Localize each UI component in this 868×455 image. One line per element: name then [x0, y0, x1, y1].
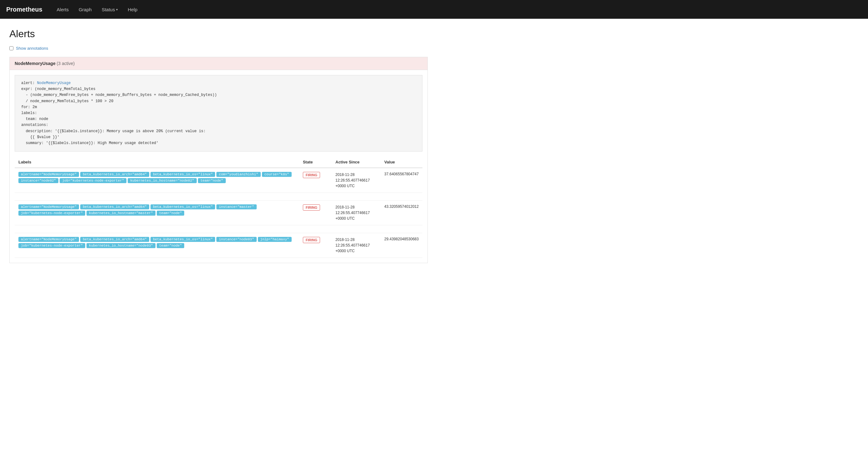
value-text: 29.43982048530683: [384, 237, 419, 241]
alert-group-active-count: (3 active): [57, 61, 75, 66]
nav-item-graph[interactable]: Graph: [74, 0, 97, 19]
nav-alerts-label: Alerts: [57, 7, 69, 12]
label-tag: beta_kubernetes_io_arch="amd64": [80, 237, 149, 242]
status-badge: FIRING: [303, 172, 320, 178]
table-row: alertname="NodeMemoryUsage"beta_kubernet…: [15, 168, 423, 193]
label-tag: job="kubernetes-node-exporter": [60, 178, 126, 183]
cell-active-since: 2018-11-28 12:26:55.407746617 +0000 UTC: [332, 168, 381, 193]
table-row: alertname="NodeMemoryUsage"beta_kubernet…: [15, 201, 423, 225]
alert-group-node-memory: NodeMemoryUsage (3 active) alert: NodeMe…: [9, 57, 428, 263]
cell-state: FIRING: [299, 168, 332, 193]
navbar-brand[interactable]: Prometheus: [6, 6, 42, 13]
status-badge: FIRING: [303, 204, 320, 210]
table-row: alertname="NodeMemoryUsage"beta_kubernet…: [15, 233, 423, 258]
cell-value: 43.32059574012012: [381, 201, 423, 225]
label-tag: kubernetes_io_hostname="master": [87, 210, 155, 216]
nav-item-help[interactable]: Help: [123, 0, 143, 19]
label-tag: beta_kubernetes_io_os="linux": [151, 204, 215, 209]
label-tags: alertname="NodeMemoryUsage"beta_kubernet…: [19, 204, 296, 216]
nav-item-alerts[interactable]: Alerts: [52, 0, 74, 19]
col-header-labels: Labels: [15, 157, 299, 168]
col-header-active-since: Active Since: [332, 157, 381, 168]
label-tag: beta_kubernetes_io_arch="amd64": [80, 204, 149, 209]
show-annotations-checkbox[interactable]: [9, 46, 13, 50]
status-badge: FIRING: [303, 237, 320, 243]
label-tag: instance="master": [216, 204, 256, 209]
alert-group-name: NodeMemoryUsage: [15, 61, 56, 66]
nav-status-label: Status: [102, 7, 115, 12]
page-title: Alerts: [9, 28, 428, 40]
active-since-text: 2018-11-28 12:26:55.407746617 +0000 UTC: [335, 237, 377, 254]
label-tag: team="node": [157, 210, 185, 216]
nav-graph-label: Graph: [79, 7, 92, 12]
label-tag: alertname="NodeMemoryUsage": [19, 172, 79, 177]
label-tag: beta_kubernetes_io_os="linux": [151, 237, 215, 242]
alert-name-link[interactable]: NodeMemoryUsage: [37, 81, 70, 85]
label-tag: instance="node02": [19, 178, 58, 183]
label-tag: team="node": [157, 243, 185, 248]
navbar: Prometheus Alerts Graph Status ▾ Help: [0, 0, 868, 19]
label-tag: alertname="NodeMemoryUsage": [19, 237, 79, 242]
value-text: 37.64065567804747: [384, 172, 419, 176]
cell-labels: alertname="NodeMemoryUsage"beta_kubernet…: [15, 201, 299, 225]
label-tags: alertname="NodeMemoryUsage"beta_kubernet…: [19, 237, 296, 248]
active-since-text: 2018-11-28 12:26:55.407746617 +0000 UTC: [335, 204, 377, 221]
label-tag: team="node": [198, 178, 226, 183]
alert-rule-code: alert: NodeMemoryUsage expr: (node_memor…: [15, 75, 423, 151]
cell-value: 37.64065567804747: [381, 168, 423, 193]
cell-state: FIRING: [299, 201, 332, 225]
alerts-table: Labels State Active Since Value alertnam…: [15, 157, 423, 258]
show-annotations-toggle[interactable]: Show annotations: [9, 46, 428, 51]
label-tag: job="kubernetes-node-exporter": [19, 243, 85, 248]
label-tag: job="kubernetes-node-exporter": [19, 210, 85, 216]
label-tag: course="k8s": [262, 172, 291, 177]
label-tag: com="youdianzhishi": [216, 172, 260, 177]
label-tag: jnlp="haimaxy": [258, 237, 291, 242]
label-tag: kubernetes_io_hostname="node02": [128, 178, 197, 183]
label-tag: instance="node03": [216, 237, 256, 242]
cell-labels: alertname="NodeMemoryUsage"beta_kubernet…: [15, 233, 299, 258]
navbar-nav: Alerts Graph Status ▾ Help: [52, 0, 143, 19]
label-tag: beta_kubernetes_io_os="linux": [151, 172, 215, 177]
label-tag: beta_kubernetes_io_arch="amd64": [80, 172, 149, 177]
col-header-value: Value: [381, 157, 423, 168]
cell-labels: alertname="NodeMemoryUsage"beta_kubernet…: [15, 168, 299, 193]
row-separator: [15, 193, 423, 201]
label-tag: kubernetes_io_hostname="node03": [87, 243, 155, 248]
cell-active-since: 2018-11-28 12:26:55.407746617 +0000 UTC: [332, 233, 381, 258]
col-header-state: State: [299, 157, 332, 168]
active-since-text: 2018-11-28 12:26:55.407746617 +0000 UTC: [335, 172, 377, 189]
cell-value: 29.43982048530683: [381, 233, 423, 258]
cell-active-since: 2018-11-28 12:26:55.407746617 +0000 UTC: [332, 201, 381, 225]
nav-help-label: Help: [128, 7, 137, 12]
nav-item-status[interactable]: Status ▾: [97, 0, 123, 19]
cell-state: FIRING: [299, 233, 332, 258]
row-separator: [15, 225, 423, 233]
label-tags: alertname="NodeMemoryUsage"beta_kubernet…: [19, 172, 296, 183]
alert-group-header: NodeMemoryUsage (3 active): [10, 57, 428, 70]
value-text: 43.32059574012012: [384, 204, 419, 209]
label-tag: alertname="NodeMemoryUsage": [19, 204, 79, 209]
chevron-down-icon: ▾: [116, 8, 118, 11]
show-annotations-label: Show annotations: [16, 46, 48, 51]
page-content: Alerts Show annotations NodeMemoryUsage …: [0, 19, 437, 279]
